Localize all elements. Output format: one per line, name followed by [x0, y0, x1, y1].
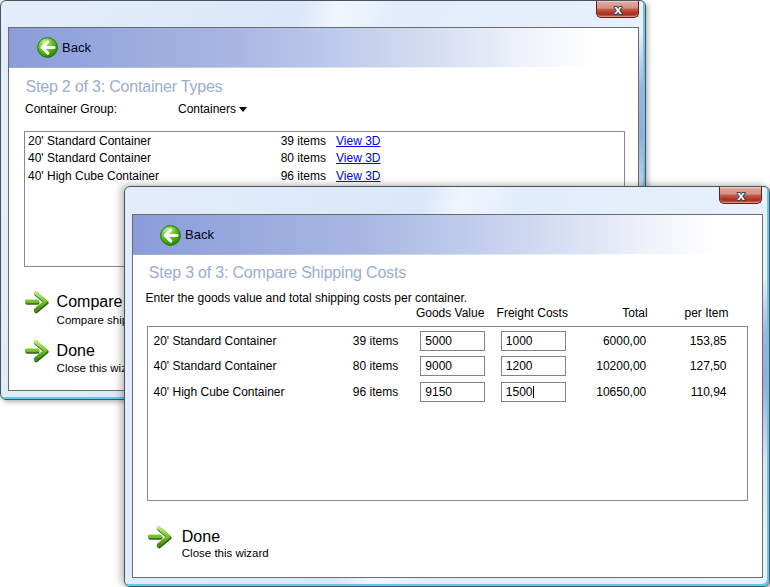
svg-text:x: x: [614, 3, 622, 15]
svg-text:x: x: [737, 189, 745, 201]
